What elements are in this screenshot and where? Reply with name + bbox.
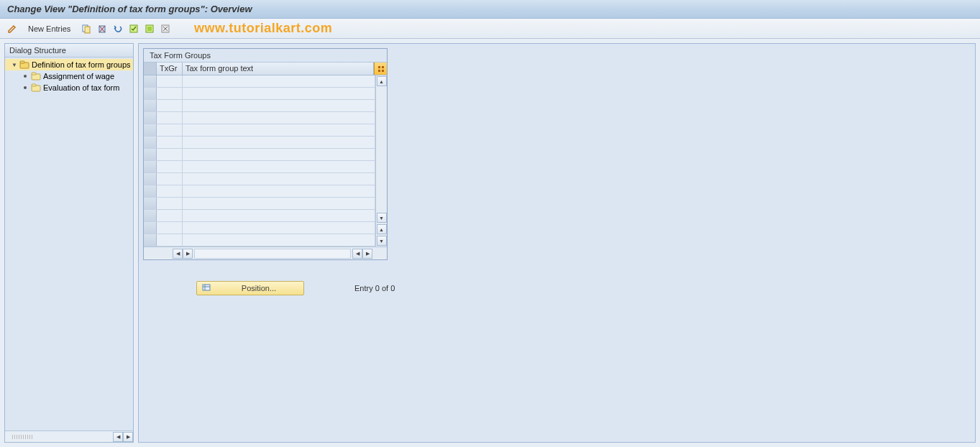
- toggle-edit-icon[interactable]: [6, 22, 19, 35]
- cell-txgr[interactable]: [157, 88, 183, 99]
- svg-rect-1: [85, 27, 90, 33]
- position-button[interactable]: Position...: [196, 281, 304, 295]
- cell-text[interactable]: [183, 161, 375, 172]
- cell-txgr[interactable]: [157, 149, 183, 160]
- scroll-right-icon[interactable]: ▶: [183, 249, 193, 259]
- row-selector[interactable]: [144, 234, 157, 246]
- row-selector[interactable]: [144, 100, 157, 111]
- tree-node-assignment[interactable]: Assignment of wage: [5, 70, 133, 82]
- svg-rect-7: [147, 27, 152, 31]
- cell-text[interactable]: [183, 234, 375, 246]
- select-all-icon[interactable]: [127, 22, 140, 35]
- row-selector[interactable]: [144, 124, 157, 136]
- content-wrap: Dialog Structure ▼ Definition of tax for…: [0, 39, 980, 447]
- cell-text[interactable]: [183, 149, 375, 160]
- svg-rect-19: [378, 70, 380, 72]
- horizontal-scrollbar: ◀ ▶ ◀ ▶: [144, 246, 387, 259]
- table-row: [144, 185, 375, 198]
- new-entries-button[interactable]: New Entries: [22, 22, 77, 36]
- svg-rect-14: [32, 73, 36, 75]
- window-title: Change View "Definition of tax form grou…: [0, 0, 980, 19]
- sidebar-hscroll: ◀ ▶: [5, 430, 133, 442]
- scroll-right-icon[interactable]: ▶: [123, 432, 133, 442]
- cell-txgr[interactable]: [157, 124, 183, 136]
- scroll-left-icon[interactable]: ◀: [173, 249, 183, 259]
- cell-text[interactable]: [183, 100, 375, 111]
- cell-txgr[interactable]: [157, 185, 183, 197]
- row-selector[interactable]: [144, 173, 157, 185]
- svg-rect-16: [32, 84, 36, 86]
- scroll-left-icon[interactable]: ◀: [352, 249, 362, 259]
- row-selector[interactable]: [144, 161, 157, 172]
- resize-grip-icon[interactable]: [12, 435, 34, 439]
- column-header-text[interactable]: Tax form group text: [183, 63, 374, 75]
- table-settings-icon[interactable]: [374, 63, 387, 75]
- expander-icon[interactable]: ▼: [11, 61, 18, 68]
- row-selector[interactable]: [144, 185, 157, 197]
- cell-txgr[interactable]: [157, 234, 183, 246]
- data-grid: TxGr Tax form group text ▲ ▼ ▲ ▼: [144, 63, 387, 259]
- cell-text[interactable]: [183, 210, 375, 221]
- cell-txgr[interactable]: [157, 161, 183, 172]
- row-selector[interactable]: [144, 112, 157, 124]
- column-header-txgr[interactable]: TxGr: [157, 63, 183, 75]
- cell-text[interactable]: [183, 75, 375, 87]
- scroll-down-icon[interactable]: ▼: [377, 213, 387, 223]
- tree-node-definition[interactable]: ▼ Definition of tax form groups: [5, 59, 133, 70]
- tree-label: Assignment of wage: [43, 72, 114, 80]
- folder-open-icon: [19, 60, 29, 69]
- scroll-right-icon[interactable]: ▶: [362, 249, 372, 259]
- row-selector[interactable]: [144, 210, 157, 221]
- table-panel: Tax Form Groups TxGr Tax form group text…: [143, 48, 388, 260]
- delete-icon[interactable]: [96, 22, 109, 35]
- position-icon: [201, 284, 211, 292]
- cell-text[interactable]: [183, 88, 375, 99]
- cell-text[interactable]: [183, 185, 375, 197]
- cell-txgr[interactable]: [157, 198, 183, 209]
- row-selector[interactable]: [144, 88, 157, 99]
- dialog-structure-tree: ▼ Definition of tax form groups Assignme…: [5, 57, 133, 430]
- grid-header-row: TxGr Tax form group text: [144, 63, 387, 75]
- cell-txgr[interactable]: [157, 112, 183, 124]
- row-selector[interactable]: [144, 75, 157, 87]
- scroll-up-icon[interactable]: ▲: [377, 224, 387, 234]
- cell-text[interactable]: [183, 198, 375, 209]
- cell-text[interactable]: [183, 173, 375, 185]
- position-label: Position...: [219, 284, 299, 292]
- bullet-icon: [24, 75, 27, 78]
- svg-rect-17: [378, 66, 380, 68]
- scroll-left-icon[interactable]: ◀: [113, 432, 123, 442]
- row-selector[interactable]: [144, 222, 157, 234]
- row-selector[interactable]: [144, 149, 157, 160]
- table-row: [144, 161, 375, 173]
- cell-txgr[interactable]: [157, 100, 183, 111]
- row-selector[interactable]: [144, 137, 157, 148]
- scrollbar-track[interactable]: [377, 87, 387, 212]
- deselect-all-icon[interactable]: [159, 22, 172, 35]
- tree-node-evaluation[interactable]: Evaluation of tax form: [5, 82, 133, 93]
- dialog-structure-sidebar: Dialog Structure ▼ Definition of tax for…: [4, 43, 134, 443]
- cell-text[interactable]: [183, 137, 375, 148]
- table-row: [144, 149, 375, 161]
- cell-txgr[interactable]: [157, 210, 183, 221]
- table-row: [144, 222, 375, 234]
- cell-txgr[interactable]: [157, 222, 183, 234]
- cell-text[interactable]: [183, 124, 375, 136]
- select-block-icon[interactable]: [143, 22, 156, 35]
- cell-txgr[interactable]: [157, 75, 183, 87]
- sidebar-header: Dialog Structure: [5, 44, 133, 57]
- cell-text[interactable]: [183, 112, 375, 124]
- copy-icon[interactable]: [80, 22, 93, 35]
- row-selector-header[interactable]: [144, 63, 157, 75]
- tree-label: Evaluation of tax form: [43, 83, 119, 92]
- scroll-up-icon[interactable]: ▲: [377, 76, 387, 86]
- cell-txgr[interactable]: [157, 137, 183, 148]
- svg-rect-21: [203, 285, 210, 290]
- undo-icon[interactable]: [111, 22, 124, 35]
- cell-text[interactable]: [183, 222, 375, 234]
- row-selector[interactable]: [144, 198, 157, 209]
- cell-txgr[interactable]: [157, 173, 183, 185]
- table-row: [144, 198, 375, 210]
- scroll-down-icon[interactable]: ▼: [377, 236, 387, 246]
- scrollbar-track[interactable]: [194, 249, 351, 259]
